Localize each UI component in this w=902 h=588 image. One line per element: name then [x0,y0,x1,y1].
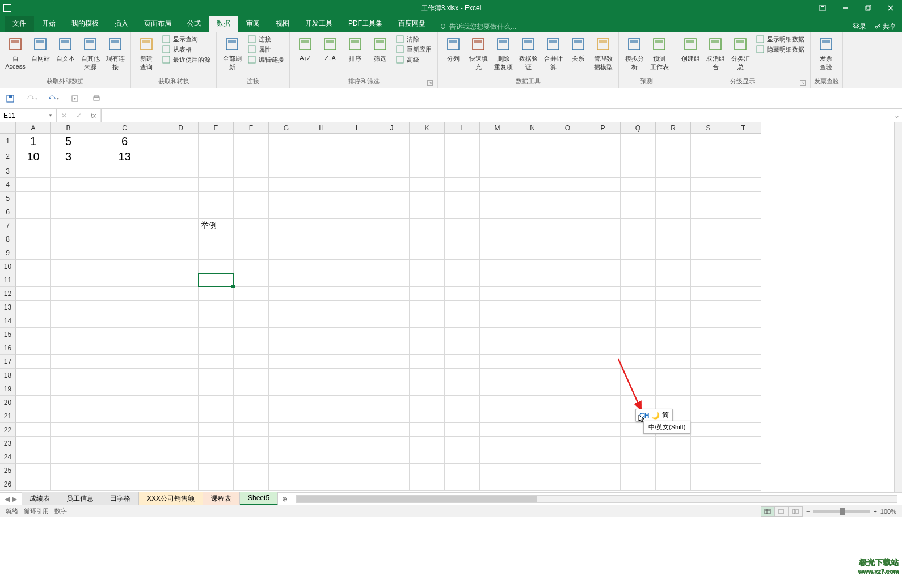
cell-I9[interactable] [339,246,374,260]
cell-J13[interactable] [374,301,410,314]
cell-O8[interactable] [550,232,585,246]
menu-tab-8[interactable]: 开发工具 [297,15,340,32]
cell-Q23[interactable] [621,437,656,450]
cell-L5[interactable] [445,192,480,205]
cell-Q8[interactable] [621,232,656,246]
row-header-8[interactable]: 8 [0,232,16,246]
menu-tab-0[interactable]: 开始 [34,15,64,32]
cell-E9[interactable] [199,246,234,260]
cell-Q2[interactable] [621,149,656,164]
cell-R7[interactable] [656,219,691,232]
cell-E22[interactable] [199,423,234,437]
cell-C16[interactable] [86,341,163,355]
cell-M25[interactable] [480,464,515,477]
cell-D2[interactable] [163,149,199,164]
zoom-out-button[interactable]: − [806,508,810,515]
cell-S11[interactable] [691,273,726,287]
cell-P2[interactable] [585,149,621,164]
filter[interactable]: 筛选 [368,34,392,64]
cell-N7[interactable] [515,219,550,232]
cell-B4[interactable] [51,178,86,192]
cell-L7[interactable] [445,219,480,232]
cell-H24[interactable] [304,450,339,464]
sheet-tab[interactable]: Sheet5 [240,492,278,505]
cell-T11[interactable] [726,273,761,287]
col-header-P[interactable]: P [585,122,621,134]
cell-R26[interactable] [656,477,691,491]
cell-F13[interactable] [234,301,269,314]
cell-D15[interactable] [163,328,199,341]
col-header-S[interactable]: S [691,122,726,134]
cell-C11[interactable] [86,273,163,287]
cell-J17[interactable] [374,355,410,369]
cell-G18[interactable] [269,369,304,382]
cell-G25[interactable] [269,464,304,477]
cell-C21[interactable] [86,409,163,423]
cell-Q20[interactable] [621,396,656,409]
row-header-23[interactable]: 23 [0,437,16,450]
cell-O24[interactable] [550,450,585,464]
cell-M16[interactable] [480,341,515,355]
spreadsheet-grid[interactable]: ABCDEFGHIJKLMNOPQRST 1234567891011121314… [0,122,902,492]
cell-O26[interactable] [550,477,585,491]
cell-F16[interactable] [234,341,269,355]
cell-B13[interactable] [51,301,86,314]
col-header-R[interactable]: R [656,122,691,134]
cell-T9[interactable] [726,246,761,260]
cell-J7[interactable] [374,219,410,232]
cell-R16[interactable] [656,341,691,355]
cell-N8[interactable] [515,232,550,246]
cell-E6[interactable] [199,205,234,219]
cell-J24[interactable] [374,450,410,464]
cell-T2[interactable] [726,149,761,164]
cell-O16[interactable] [550,341,585,355]
cell-C20[interactable] [86,396,163,409]
cell-R10[interactable] [656,260,691,273]
cell-G8[interactable] [269,232,304,246]
cell-K13[interactable] [410,301,445,314]
cell-Q6[interactable] [621,205,656,219]
cell-A21[interactable] [16,409,51,423]
col-header-T[interactable]: T [726,122,761,134]
cell-A4[interactable] [16,178,51,192]
cell-L19[interactable] [445,382,480,396]
menu-tab-5[interactable]: 数据 [209,15,238,32]
cell-A8[interactable] [16,232,51,246]
cell-L22[interactable] [445,423,480,437]
cell-S13[interactable] [691,301,726,314]
cell-K3[interactable] [410,164,445,178]
cell-I14[interactable] [339,314,374,328]
print-preview-button[interactable] [91,93,102,104]
cell-A16[interactable] [16,341,51,355]
cell-H10[interactable] [304,260,339,273]
sort[interactable]: 排序 [343,34,367,64]
cell-S8[interactable] [691,232,726,246]
vertical-scrollbar[interactable] [894,122,902,492]
cell-J15[interactable] [374,328,410,341]
new-query[interactable]: 新建查询 [134,34,158,73]
login-link[interactable]: 登录 [853,22,866,32]
zoom-in-button[interactable]: + [873,508,876,515]
cell-G10[interactable] [269,260,304,273]
cell-G19[interactable] [269,382,304,396]
cell-P23[interactable] [585,437,621,450]
cell-Q24[interactable] [621,450,656,464]
cell-A12[interactable] [16,287,51,301]
row-header-25[interactable]: 25 [0,464,16,477]
cell-B18[interactable] [51,369,86,382]
cell-P25[interactable] [585,464,621,477]
cell-P12[interactable] [585,287,621,301]
tell-me-search[interactable]: 告诉我您想要做什么... [439,22,516,32]
cell-F15[interactable] [234,328,269,341]
cell-R11[interactable] [656,273,691,287]
sheet-nav[interactable]: ◀ ▶ [0,495,22,503]
cell-K11[interactable] [410,273,445,287]
cell-T5[interactable] [726,192,761,205]
enter-button[interactable]: ✓ [71,109,86,122]
cell-B5[interactable] [51,192,86,205]
cell-H13[interactable] [304,301,339,314]
cell-I4[interactable] [339,178,374,192]
page-layout-view-button[interactable] [775,507,789,516]
cell-D14[interactable] [163,314,199,328]
cell-H5[interactable] [304,192,339,205]
